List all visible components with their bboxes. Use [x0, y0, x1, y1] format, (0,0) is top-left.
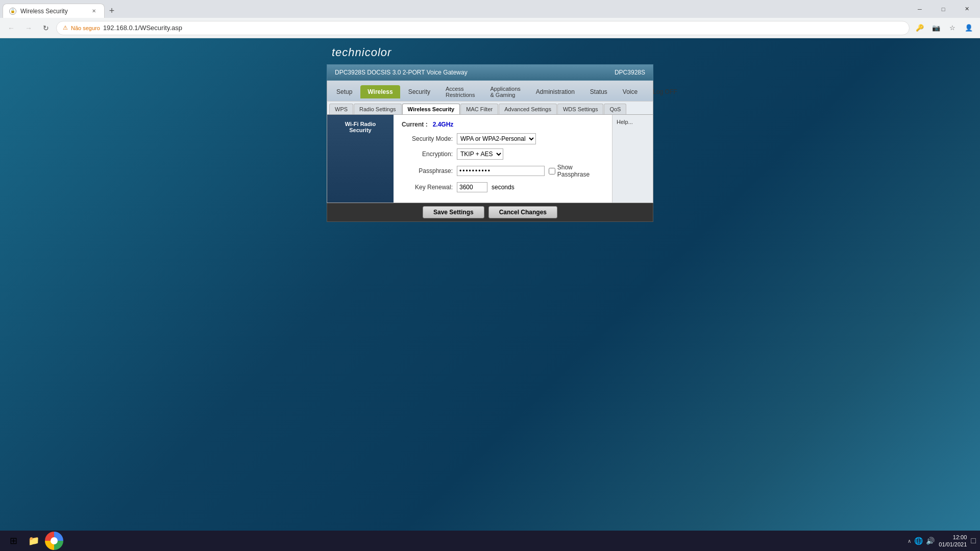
tab-wps[interactable]: WPS [329, 104, 353, 114]
current-line: Current : 2.4GHz [402, 121, 604, 128]
sidebar-panel: Wi-Fi Radio Security [327, 115, 394, 203]
tab-advanced-settings[interactable]: Advanced Settings [499, 104, 557, 114]
sidebar-title: Wi-Fi Radio Security [345, 121, 376, 133]
tab-radio-settings[interactable]: Radio Settings [354, 104, 402, 114]
tab-bar: 🔒 Wireless Security ✕ + [0, 0, 119, 18]
nav-item-wireless[interactable]: Wireless [360, 85, 400, 98]
refresh-button[interactable]: ↻ [39, 21, 53, 35]
security-mode-select[interactable]: WPA or WPA2-Personal Disabled WPA Person… [457, 133, 536, 144]
url-display: 192.168.0.1/WSecurity.asp [103, 24, 903, 32]
cancel-changes-button[interactable]: Cancel Changes [488, 206, 557, 218]
forward-button[interactable]: → [21, 21, 36, 35]
key-renewal-suffix: seconds [492, 184, 514, 191]
nav-item-administration[interactable]: Administration [529, 85, 582, 98]
maximize-button[interactable]: □ [932, 2, 954, 16]
key-renewal-row: Key Renewal: 3600 seconds [402, 182, 604, 192]
taskbar-right: ∧ 🌐 🔊 12:00 01/01/2021 □ [908, 534, 976, 548]
start-button[interactable]: ⊞ [4, 532, 22, 550]
taskbar: ⊞ 📁 ∧ 🌐 🔊 12:00 01/01/2021 □ [0, 531, 980, 551]
show-passphrase-checkbox[interactable] [549, 168, 555, 174]
camera-icon[interactable]: 📷 [929, 21, 943, 35]
window-controls: ─ □ ✕ [909, 0, 980, 18]
router-ui: technicolor DPC3928S DOCSIS 3.0 2-PORT V… [327, 38, 653, 222]
security-text: Não seguro [71, 25, 100, 31]
star-icon[interactable]: ☆ [945, 21, 960, 35]
new-tab-button[interactable]: + [105, 4, 119, 18]
key-renewal-label: Key Renewal: [402, 184, 453, 191]
help-label: Help... [617, 119, 633, 125]
address-input-wrapper[interactable]: ⚠ Não seguro 192.168.0.1/WSecurity.asp [56, 21, 910, 35]
back-button[interactable]: ← [4, 21, 18, 35]
help-panel: Help... [612, 115, 653, 203]
save-settings-button[interactable]: Save Settings [423, 206, 484, 218]
sub-nav: WPS Radio Settings Wireless Security MAC… [327, 101, 653, 114]
encryption-row: Encryption: TKIP + AES TKIP AES [402, 148, 604, 160]
encryption-label: Encryption: [402, 151, 453, 158]
taskbar-chrome-icon[interactable] [45, 532, 63, 550]
account-icon[interactable]: 👤 [962, 21, 976, 35]
nav-item-applications-gaming[interactable]: Applications& Gaming [483, 83, 527, 101]
device-name: DPC3928S DOCSIS 3.0 2-PORT Voice Gateway [335, 69, 468, 76]
nav-item-status[interactable]: Status [583, 85, 615, 98]
browser-window: 🔒 Wireless Security ✕ + ─ □ ✕ ← → ↻ ⚠ Nã… [0, 0, 980, 551]
page-content: technicolor DPC3928S DOCSIS 3.0 2-PORT V… [0, 38, 980, 551]
tab-title: Wireless Security [20, 8, 68, 15]
nav-item-access-restrictions[interactable]: AccessRestrictions [438, 83, 482, 101]
security-warning-icon: ⚠ [63, 24, 68, 31]
taskbar-files-icon[interactable]: 📁 [24, 532, 43, 550]
security-mode-row: Security Mode: WPA or WPA2-Personal Disa… [402, 133, 604, 144]
tab-close-button[interactable]: ✕ [90, 7, 98, 15]
logo-bar: technicolor [327, 38, 653, 64]
toolbar-icons: 🔑 📷 ☆ 👤 [913, 21, 976, 35]
show-passphrase-text: Show Passphrase [557, 164, 604, 178]
systray-icons: ∧ 🌐 🔊 [908, 537, 935, 545]
volume-icon: 🔊 [926, 537, 935, 545]
current-label: Current : [402, 121, 428, 128]
minimize-button[interactable]: ─ [909, 2, 931, 16]
encryption-select[interactable]: TKIP + AES TKIP AES [457, 148, 503, 160]
nav-item-setup[interactable]: Setup [329, 85, 359, 98]
tab-favicon: 🔒 [9, 8, 16, 15]
key-icon[interactable]: 🔑 [913, 21, 927, 35]
tab-mac-filter[interactable]: MAC Filter [460, 104, 498, 114]
passphrase-row: Passphrase: Show Passphrase [402, 164, 604, 178]
bottom-bar: Save Settings Cancel Changes [327, 203, 653, 222]
key-renewal-input[interactable]: 3600 [457, 182, 487, 192]
close-button[interactable]: ✕ [955, 2, 978, 16]
systray-expand-icon[interactable]: ∧ [908, 538, 911, 544]
nav-item-security[interactable]: Security [401, 85, 437, 98]
current-value: 2.4GHz [433, 121, 454, 128]
passphrase-input[interactable] [457, 166, 545, 176]
passphrase-label: Passphrase: [402, 167, 453, 174]
show-passphrase-label[interactable]: Show Passphrase [549, 164, 604, 178]
tab-qos[interactable]: QoS [604, 104, 626, 114]
active-tab[interactable]: 🔒 Wireless Security ✕ [3, 4, 105, 18]
tab-wds-settings[interactable]: WDS Settings [557, 104, 603, 114]
network-icon: 🌐 [914, 537, 923, 545]
security-mode-label: Security Mode: [402, 135, 453, 142]
taskbar-time-text: 12:00 [939, 534, 967, 541]
content-area: Wi-Fi Radio Security Current : 2.4GHz Se… [327, 114, 653, 203]
title-bar: 🔒 Wireless Security ✕ + ─ □ ✕ [0, 0, 980, 18]
tab-wireless-security[interactable]: Wireless Security [402, 104, 460, 114]
address-bar: ← → ↻ ⚠ Não seguro 192.168.0.1/WSecurity… [0, 18, 980, 38]
taskbar-clock: 12:00 01/01/2021 [939, 534, 967, 548]
nav-item-voice[interactable]: Voice [616, 85, 645, 98]
device-info-bar: DPC3928S DOCSIS 3.0 2-PORT Voice Gateway… [327, 64, 653, 81]
main-nav: Setup Wireless Security AccessRestrictio… [327, 81, 653, 101]
notification-icon[interactable]: □ [971, 536, 976, 545]
nav-item-logoff[interactable]: Log OFF [646, 85, 684, 98]
taskbar-date-text: 01/01/2021 [939, 541, 967, 548]
main-panel: Current : 2.4GHz Security Mode: WPA or W… [394, 115, 612, 203]
logo-text: technicolor [332, 46, 391, 59]
device-model: DPC3928S [615, 69, 645, 76]
